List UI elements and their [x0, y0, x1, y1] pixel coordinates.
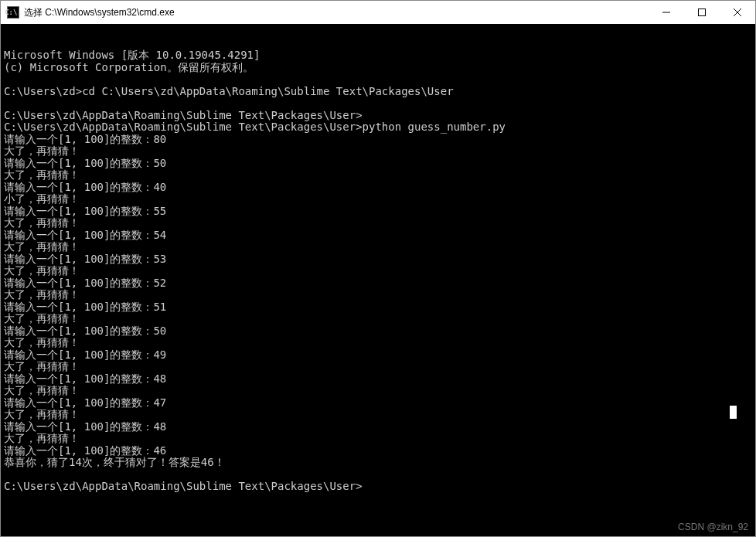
terminal-line: 大了，再猜猜！: [4, 313, 755, 325]
terminal-line: 大了，再猜猜！: [4, 361, 755, 373]
terminal-line: 请输入一个[1, 100]的整数：47: [4, 397, 755, 410]
terminal-line: 请输入一个[1, 100]的整数：48: [4, 373, 755, 386]
window-title: 选择 C:\Windows\system32\cmd.exe: [24, 6, 649, 19]
terminal-line: 大了，再猜猜！: [4, 409, 755, 421]
terminal-line: 大了，再猜猜！: [4, 241, 755, 253]
terminal-line: 大了，再猜猜！: [4, 265, 755, 277]
terminal-line: 大了，再猜猜！: [4, 433, 755, 445]
terminal-line: 大了，再猜猜！: [4, 385, 755, 397]
svg-rect-1: [699, 9, 706, 16]
terminal-line: 请输入一个[1, 100]的整数：50: [4, 158, 755, 170]
terminal-line: C:\Users\zd\AppData\Roaming\Sublime Text…: [4, 121, 755, 134]
terminal-line: 请输入一个[1, 100]的整数：40: [4, 182, 755, 194]
terminal-line: 大了，再猜猜！: [4, 217, 755, 229]
maximize-button[interactable]: [684, 1, 720, 24]
terminal-line: 请输入一个[1, 100]的整数：50: [4, 325, 755, 338]
terminal-line: 大了，再猜猜！: [4, 169, 755, 182]
terminal-line: [4, 97, 755, 110]
watermark: CSDN @zikn_92: [678, 522, 748, 532]
terminal-line: 请输入一个[1, 100]的整数：51: [4, 301, 755, 314]
terminal-line: 大了，再猜猜！: [4, 145, 755, 158]
cmd-icon: C:\.: [7, 6, 19, 19]
terminal-output[interactable]: Microsoft Windows [版本 10.0.19045.4291](c…: [1, 24, 755, 536]
terminal-line: Microsoft Windows [版本 10.0.19045.4291]: [4, 49, 755, 62]
terminal-line: C:\Users\zd\AppData\Roaming\Sublime Text…: [4, 110, 755, 122]
terminal-line: 请输入一个[1, 100]的整数：52: [4, 277, 755, 290]
terminal-line: 请输入一个[1, 100]的整数：55: [4, 206, 755, 218]
close-button[interactable]: [720, 1, 755, 24]
terminal-line: 请输入一个[1, 100]的整数：80: [4, 134, 755, 146]
terminal-line: C:\Users\zd>cd C:\Users\zd\AppData\Roami…: [4, 86, 755, 98]
terminal-line: C:\Users\zd\AppData\Roaming\Sublime Text…: [4, 481, 755, 493]
terminal-line: 大了，再猜猜！: [4, 337, 755, 349]
terminal-line: 小了，再猜猜！: [4, 193, 755, 206]
terminal-line: 请输入一个[1, 100]的整数：53: [4, 253, 755, 266]
text-cursor: [730, 406, 737, 419]
terminal-line: 请输入一个[1, 100]的整数：46: [4, 445, 755, 457]
window-controls: [649, 1, 755, 24]
terminal-line: (c) Microsoft Corporation。保留所有权利。: [4, 62, 755, 74]
terminal-line: 请输入一个[1, 100]的整数：54: [4, 229, 755, 242]
minimize-button[interactable]: [649, 1, 684, 24]
terminal-line: 大了，再猜猜！: [4, 289, 755, 301]
terminal-line: 请输入一个[1, 100]的整数：48: [4, 421, 755, 433]
terminal-line: 恭喜你，猜了14次，终于猜对了！答案是46！: [4, 457, 755, 469]
terminal-line: [4, 469, 755, 481]
terminal-line: [4, 73, 755, 86]
terminal-line: 请输入一个[1, 100]的整数：49: [4, 349, 755, 362]
titlebar[interactable]: C:\. 选择 C:\Windows\system32\cmd.exe: [1, 1, 755, 24]
cmd-window: C:\. 选择 C:\Windows\system32\cmd.exe Micr…: [0, 0, 756, 537]
